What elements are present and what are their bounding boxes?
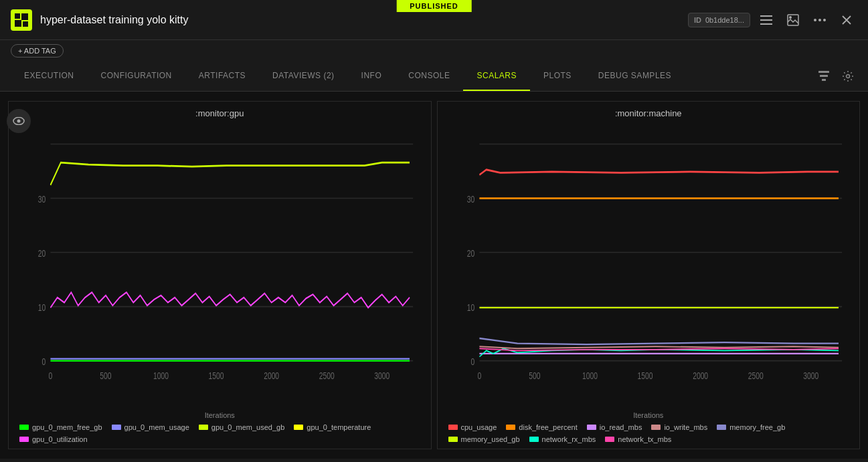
svg-text:10: 10 bbox=[466, 302, 474, 314]
list-icon-button[interactable] bbox=[756, 9, 777, 31]
svg-text:2000: 2000 bbox=[264, 370, 279, 382]
tag-row: + ADD TAG bbox=[0, 40, 868, 62]
svg-text:10: 10 bbox=[38, 302, 46, 314]
machine-chart-title: :monitor:machine bbox=[448, 108, 849, 118]
filter-icon-button[interactable] bbox=[814, 67, 833, 86]
svg-rect-12 bbox=[818, 71, 829, 73]
svg-text:2500: 2500 bbox=[748, 370, 763, 382]
tab-configuration[interactable]: CONFIGURATION bbox=[88, 62, 185, 91]
gpu-chart-title: :monitor:gpu bbox=[19, 108, 420, 118]
eye-button[interactable] bbox=[7, 109, 31, 133]
tab-debug-samples[interactable]: DEBUG SAMPLES bbox=[585, 62, 685, 91]
id-badge: ID 0b1dde18... bbox=[688, 13, 750, 27]
svg-text:1500: 1500 bbox=[209, 370, 224, 382]
svg-text:1500: 1500 bbox=[637, 370, 653, 382]
svg-rect-1 bbox=[21, 13, 28, 20]
legend-disk-free: disk_free_percent bbox=[506, 423, 577, 431]
tab-artifacts[interactable]: ARTIFACTS bbox=[185, 62, 259, 91]
image-icon-button[interactable] bbox=[782, 9, 804, 31]
svg-text:0: 0 bbox=[477, 370, 481, 382]
page-title: hyper-dataset training yolo kitty bbox=[40, 14, 688, 26]
legend-memory-used: memory_used_gb bbox=[448, 435, 520, 443]
svg-text:30: 30 bbox=[38, 193, 46, 205]
svg-text:500: 500 bbox=[100, 370, 111, 382]
legend-gpu-utilization: gpu_0_utilization bbox=[19, 435, 88, 443]
svg-rect-6 bbox=[760, 23, 772, 25]
svg-text:20: 20 bbox=[38, 247, 46, 259]
legend-gpu-temperature: gpu_0_temperature bbox=[294, 423, 371, 431]
add-tag-button[interactable]: + ADD TAG bbox=[11, 44, 64, 57]
logo bbox=[11, 9, 32, 31]
svg-rect-5 bbox=[760, 19, 772, 21]
svg-point-9 bbox=[814, 19, 816, 21]
svg-text:0: 0 bbox=[49, 370, 53, 382]
svg-text:0: 0 bbox=[41, 356, 46, 368]
tab-execution[interactable]: EXECUTION bbox=[11, 62, 88, 91]
svg-text:0: 0 bbox=[470, 356, 474, 368]
settings-icon-button[interactable] bbox=[839, 67, 857, 86]
id-value: 0b1dde18... bbox=[705, 16, 744, 24]
svg-text:20: 20 bbox=[466, 247, 474, 259]
tab-scalars[interactable]: SCALARS bbox=[463, 62, 530, 91]
gpu-iterations-label: Iterations bbox=[19, 411, 420, 419]
svg-text:2000: 2000 bbox=[693, 370, 708, 382]
legend-gpu-mem-usage: gpu_0_mem_usage bbox=[112, 423, 189, 431]
published-banner: PUBLISHED bbox=[396, 0, 472, 12]
nav-tabs: EXECUTION CONFIGURATION ARTIFACTS DATAVI… bbox=[0, 62, 868, 92]
legend-gpu-mem-used: gpu_0_mem_used_gb bbox=[199, 423, 284, 431]
tab-console[interactable]: CONSOLE bbox=[395, 62, 463, 91]
legend-gpu-mem-free: gpu_0_mem_free_gb bbox=[19, 423, 102, 431]
svg-rect-2 bbox=[15, 20, 21, 27]
gpu-chart-container: 0 10 20 30 0 500 1000 1500 2000 2500 300… bbox=[19, 124, 420, 410]
main-content: :monitor:gpu 0 10 20 30 bbox=[0, 92, 868, 459]
tab-dataviews[interactable]: DATAVIEWS (2) bbox=[259, 62, 348, 91]
legend-network-tx: network_tx_mbs bbox=[605, 435, 671, 443]
svg-point-17 bbox=[17, 120, 21, 123]
svg-point-10 bbox=[818, 19, 821, 21]
svg-text:1000: 1000 bbox=[153, 370, 169, 382]
gpu-chart-legend: gpu_0_mem_free_gb gpu_0_mem_usage gpu_0_… bbox=[19, 423, 420, 443]
legend-io-write: io_write_mbs bbox=[651, 423, 707, 431]
header-actions: ID 0b1dde18... bbox=[688, 9, 857, 31]
charts-area: :monitor:gpu 0 10 20 30 bbox=[0, 92, 868, 459]
svg-text:2500: 2500 bbox=[319, 370, 335, 382]
svg-point-11 bbox=[823, 19, 826, 21]
tab-plots[interactable]: PLOTS bbox=[530, 62, 585, 91]
nav-right-actions bbox=[814, 67, 857, 86]
tab-info[interactable]: INFO bbox=[348, 62, 396, 91]
svg-text:30: 30 bbox=[466, 193, 474, 205]
id-label: ID bbox=[694, 16, 701, 24]
svg-rect-13 bbox=[820, 75, 828, 77]
machine-chart-container: 0 10 20 30 0 500 1000 1500 2000 2500 300… bbox=[448, 124, 849, 410]
svg-point-8 bbox=[789, 16, 792, 19]
menu-icon-button[interactable] bbox=[809, 9, 831, 31]
gpu-chart-panel: :monitor:gpu 0 10 20 30 bbox=[8, 101, 432, 449]
svg-rect-14 bbox=[822, 79, 826, 81]
svg-text:3000: 3000 bbox=[374, 370, 389, 382]
close-icon-button[interactable] bbox=[836, 9, 857, 31]
legend-cpu-usage: cpu_usage bbox=[448, 423, 497, 431]
svg-text:1000: 1000 bbox=[582, 370, 598, 382]
legend-memory-free: memory_free_gb bbox=[717, 423, 785, 431]
svg-text:500: 500 bbox=[529, 370, 540, 382]
machine-iterations-label: Iterations bbox=[448, 411, 849, 419]
svg-rect-0 bbox=[15, 13, 20, 19]
svg-point-15 bbox=[847, 75, 850, 78]
svg-text:3000: 3000 bbox=[803, 370, 818, 382]
svg-rect-4 bbox=[760, 15, 772, 17]
machine-chart-panel: :monitor:machine 0 10 20 30 bbox=[437, 101, 861, 449]
legend-io-read: io_read_mbs bbox=[587, 423, 642, 431]
machine-chart-legend: cpu_usage disk_free_percent io_read_mbs … bbox=[448, 423, 849, 443]
legend-network-rx: network_rx_mbs bbox=[529, 435, 596, 443]
svg-rect-3 bbox=[23, 21, 28, 27]
